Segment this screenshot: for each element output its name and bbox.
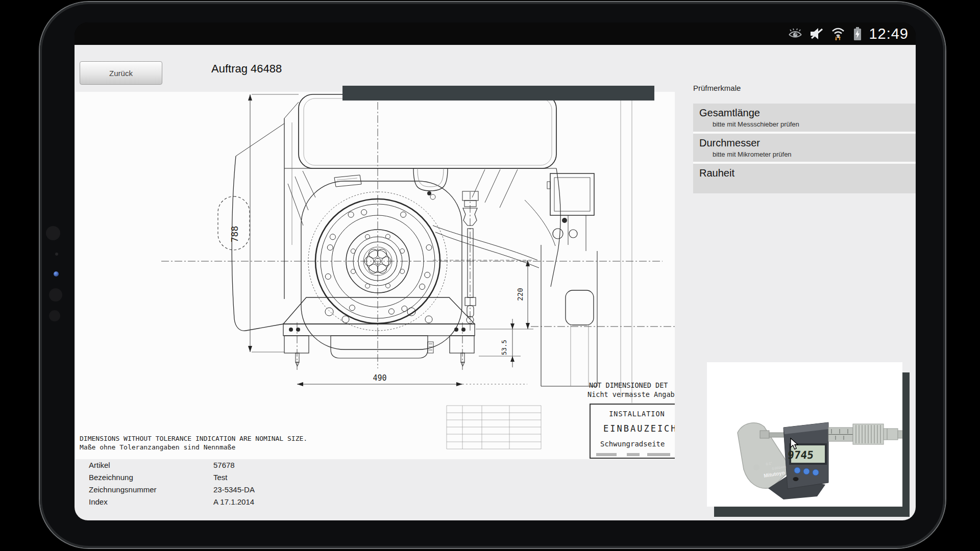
micrometer-button <box>803 468 810 474</box>
tablet-body: 12:49 Zurück Auftrag 46488 <box>40 2 945 548</box>
list-item-rauheit[interactable]: Rauheit <box>693 164 916 193</box>
clock: 12:49 <box>869 26 909 42</box>
dim-width: 490 <box>373 373 386 383</box>
page-title: Auftrag 46488 <box>211 62 282 76</box>
titleblock-line2: EINBAUZEICHNU <box>603 423 675 434</box>
metadata-row: Index A 17.1.2014 <box>89 497 395 510</box>
lcd-reading: 9745 <box>787 448 814 461</box>
mouse-cursor <box>790 438 800 450</box>
metadata-row: Bezeichnung Test <box>89 473 395 485</box>
back-button[interactable]: Zurück <box>80 61 162 85</box>
base-frame <box>283 297 475 366</box>
micrometer-image: 9745 0-1" 0.001mm Mitutoyo <box>707 362 902 507</box>
parts-table <box>447 406 541 449</box>
metadata-row: Zeichnungsnummer 23-5345-DA <box>89 485 395 497</box>
engine-outline <box>232 94 560 349</box>
note-de: Maße ohne Toleranzangaben sind Nennmaße <box>80 443 235 451</box>
dimensions: 788 490 220 53.5 <box>218 94 533 386</box>
proximity-sensor <box>49 288 62 302</box>
titleblock-line3: Schwungradseite <box>600 440 665 448</box>
metadata-table: Artikel 57678 Bezeichnung Test Zeichnung… <box>89 461 395 510</box>
screen: 12:49 Zurück Auftrag 46488 <box>75 22 916 520</box>
wifi-transfer-icon <box>831 27 846 41</box>
titleblock-line1: INSTALLATION <box>609 410 665 418</box>
drawing-notes: NOT DIMENSIONED DET Nicht vermasste Anga… <box>80 381 675 451</box>
notification-led <box>54 271 59 277</box>
drawing-viewer[interactable]: 788 490 220 53.5 <box>76 92 675 459</box>
dim-height: 788 <box>229 226 240 243</box>
list-item-durchmesser[interactable]: Durchmesser bitte mit Mikrometer prüfen <box>693 134 916 162</box>
metadata-row: Artikel 57678 <box>89 461 395 473</box>
battery-charging-icon <box>853 27 862 41</box>
technical-drawing: 788 490 220 53.5 <box>76 92 675 459</box>
ambient-sensor <box>49 310 60 321</box>
status-bar: 12:49 <box>75 22 916 45</box>
dim-offset: 220 <box>516 288 524 300</box>
app-root: Zurück Auftrag 46488 <box>75 45 916 520</box>
scan-artifact-bar <box>342 86 654 101</box>
note-right-de: Nicht vermasste Angab <box>587 390 675 398</box>
inspection-list: Gesamtlänge bitte mit Messschieber prüfe… <box>693 104 916 193</box>
light-sensor <box>55 253 58 256</box>
title-block: INSTALLATION EINBAUZEICHNU Schwungradsei… <box>590 404 675 458</box>
front-camera <box>46 226 60 240</box>
note-right-en: NOT DIMENSIONED DET <box>589 381 668 389</box>
note-en: DIMENSIONS WITHOUT TOLERANCE INDICATION … <box>80 435 307 442</box>
micrometer-button <box>794 467 800 473</box>
micrometer-button <box>813 469 819 475</box>
inspection-list-title: Prüfmerkmale <box>693 84 741 92</box>
list-item-gesamtlaenge[interactable]: Gesamtlänge bitte mit Messschieber prüfe… <box>693 104 916 132</box>
mute-icon <box>810 28 824 40</box>
dim-foot: 53.5 <box>500 340 508 355</box>
eye-icon <box>788 28 803 39</box>
